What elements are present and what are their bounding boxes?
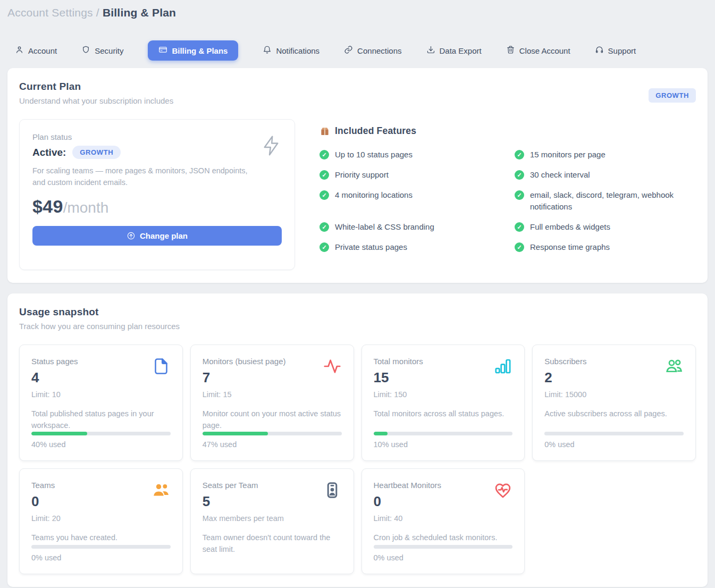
usage-card-teams: Teams 0 Limit: 20 Teams you have created [19,468,183,574]
plan-price-period: /month [63,199,109,216]
usage-card-value: 0 [31,493,61,510]
usage-card-limit: Limit: 150 [374,390,423,399]
feature-label: 30 check interval [530,169,590,181]
check-circle-icon: ✓ [515,150,524,159]
tab-label: Account [28,46,57,55]
usage-progress-fill [31,432,87,435]
usage-card-limit: Max members per team [203,514,284,523]
tab-connections[interactable]: Connections [344,41,401,60]
tab-billing-plans[interactable]: Billing & Plans [148,40,238,61]
tab-security[interactable]: Security [81,41,123,60]
plan-price: $49 [32,196,63,216]
feature-label: Response time graphs [530,241,610,253]
feature-item: ✓15 monitors per page [515,149,696,161]
plan-status-label: Plan status [32,132,282,141]
usage-card-heartbeat-monitors: Heartbeat Monitors 0 Limit: 40 Cron job … [361,468,525,574]
usage-card-seats-per-team: Seats per Team 5 Max members per team Te [190,468,354,574]
breadcrumb: Account Settings / Billing & Plan [7,6,708,19]
plan-status-card: Plan status Active: GROWTH For scaling t… [19,119,295,270]
users-filled-icon [152,481,171,502]
usage-card-description: Monitor count on your most active status… [203,408,342,432]
check-circle-icon: ✓ [319,242,329,252]
arrow-up-circle-icon [127,231,136,240]
file-icon [152,357,171,378]
usage-card-title: Total monitors [374,357,423,366]
usage-card-limit: Limit: 15000 [544,390,586,399]
usage-percent-label: 0% used [374,553,513,562]
change-plan-button[interactable]: Change plan [32,226,282,246]
feature-item: ✓Response time graphs [515,241,696,253]
check-circle-icon: ✓ [515,190,524,200]
feature-label: Priority support [335,169,389,181]
id-badge-icon [323,481,342,502]
check-circle-icon: ✓ [515,222,524,232]
usage-subtitle: Track how you are consuming plan resourc… [19,322,696,331]
tab-close-account[interactable]: Close Account [506,41,570,60]
usage-progress-track [31,545,171,549]
tab-label: Notifications [276,46,319,55]
usage-title: Usage snapshot [19,306,696,318]
breadcrumb-section[interactable]: Account Settings [7,6,93,19]
feature-label: Full embeds & widgets [530,221,610,233]
feature-item: ✓email, slack, discord, telegram, webhoo… [515,189,696,213]
feature-label: 15 monitors per page [530,149,605,161]
usage-card-description: Active subscribers across all pages. [544,408,684,419]
user-icon [15,45,24,56]
page-title: Billing & Plan [103,6,176,19]
usage-percent-label: 0% used [544,440,684,449]
plan-description: For scaling teams — more pages & monitor… [32,165,256,189]
tab-account[interactable]: Account [15,41,57,60]
included-features: Included Features ✓Up to 10 status pages… [319,119,696,270]
shield-icon [81,45,90,56]
tab-data-export[interactable]: Data Export [426,41,482,60]
heart-pulse-icon [493,481,512,502]
billing-page: Account Settings / Billing & Plan Accoun… [0,0,715,587]
usage-card-limit: Limit: 40 [374,514,442,523]
tab-label: Connections [357,46,401,55]
usage-card-value: 15 [374,369,423,386]
usage-progress-fill [374,432,388,435]
trash-icon [506,45,515,56]
bar-chart-icon [493,357,512,378]
feature-item: ✓Full embeds & widgets [515,221,696,233]
check-circle-icon: ✓ [319,222,329,232]
tab-label: Security [95,46,123,55]
features-grid: ✓Up to 10 status pages ✓15 monitors per … [319,149,696,253]
breadcrumb-separator: / [96,6,99,19]
usage-progress-fill [203,432,268,435]
change-plan-label: Change plan [140,231,188,240]
users-icon [664,357,684,378]
tab-label: Support [608,46,636,55]
check-circle-icon: ✓ [515,242,524,252]
activity-icon [323,357,342,378]
usage-percent-label: 40% used [31,440,171,449]
usage-card-title: Heartbeat Monitors [374,481,442,490]
usage-card-value: 5 [203,493,284,510]
usage-grid: Status pages 4 Limit: 10 Total published… [19,345,696,574]
check-circle-icon: ✓ [319,150,329,159]
feature-item: ✓30 check interval [515,169,696,181]
usage-card-value: 2 [544,369,586,386]
feature-item: ✓4 monitoring locations [319,189,501,213]
usage-card-description: Cron job & scheduled task monitors. [374,532,513,543]
usage-card-limit: Limit: 20 [31,514,61,523]
credit-card-icon [158,45,167,56]
settings-tabbar: Account Security Billing & Plans Notific… [15,40,708,61]
usage-percent-label: 10% used [374,440,513,449]
plan-badge-pill: GROWTH [72,146,121,159]
usage-progress-track [374,432,513,435]
plan-tier-badge: GROWTH [649,88,696,103]
usage-progress-track [544,432,684,435]
bell-icon [263,45,272,56]
usage-card-description: Teams you have created. [31,532,171,543]
usage-card-title: Subscribers [544,357,586,366]
tab-label: Billing & Plans [172,46,228,55]
tab-support[interactable]: Support [595,41,636,60]
tab-notifications[interactable]: Notifications [263,41,319,60]
download-icon [426,45,435,56]
usage-card-description: Team owner doesn't count toward the seat… [203,532,342,556]
package-icon [319,126,330,137]
feature-label: Private status pages [335,241,407,253]
empty-grid-cell [532,468,696,574]
usage-percent-label: 47% used [203,440,342,449]
